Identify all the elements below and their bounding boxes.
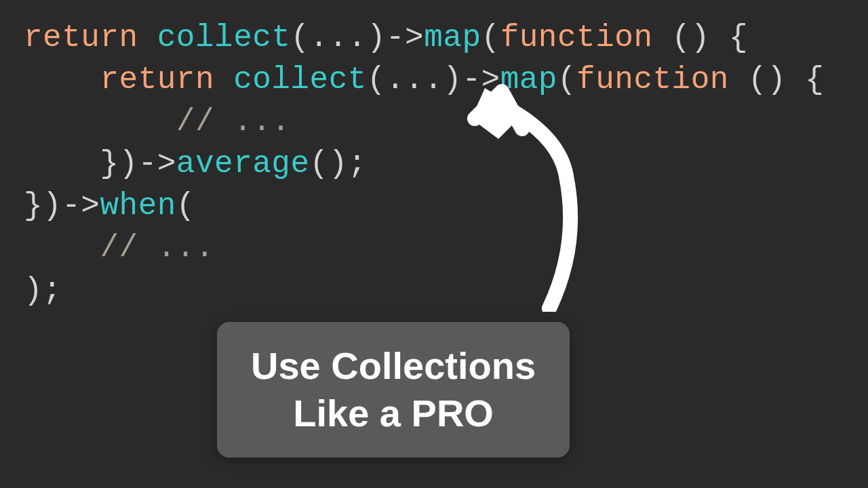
code-token: (...)-> bbox=[367, 62, 500, 98]
code-token: function bbox=[500, 20, 653, 56]
code-token: ( bbox=[481, 20, 500, 56]
code-token: (...)-> bbox=[290, 20, 424, 56]
code-token: (); bbox=[310, 146, 367, 182]
code-token: map bbox=[424, 20, 481, 56]
code-line: })->when( bbox=[24, 185, 844, 227]
code-token: collect bbox=[233, 62, 367, 98]
code-token: map bbox=[500, 62, 557, 98]
code-line: // ... bbox=[24, 227, 844, 269]
code-token: when bbox=[100, 188, 176, 224]
code-token: })-> bbox=[100, 146, 176, 182]
code-token: ( bbox=[176, 188, 195, 224]
code-token: })-> bbox=[24, 188, 100, 224]
code-token: average bbox=[176, 146, 310, 182]
code-line: return collect(...)->map(function () { bbox=[24, 59, 844, 101]
code-line: ); bbox=[24, 270, 844, 312]
code-block: return collect(...)->map(function () { r… bbox=[0, 0, 868, 329]
code-token bbox=[138, 20, 157, 56]
code-token: // ... bbox=[100, 230, 214, 266]
callout-box: Use Collections Like a PRO bbox=[217, 322, 570, 458]
code-token: // ... bbox=[176, 104, 291, 140]
code-token: function bbox=[576, 62, 729, 98]
code-line: })->average(); bbox=[24, 143, 844, 185]
code-token bbox=[214, 62, 233, 98]
callout-text: Use Collections Like a PRO bbox=[251, 342, 536, 437]
code-token: ); bbox=[24, 273, 62, 308]
code-line: // ... bbox=[24, 101, 844, 143]
code-token: return bbox=[24, 20, 138, 56]
code-token: collect bbox=[157, 20, 291, 56]
code-token: ( bbox=[557, 62, 576, 98]
code-token: return bbox=[100, 62, 214, 98]
code-token: () { bbox=[729, 62, 825, 98]
code-token: () { bbox=[653, 20, 749, 56]
code-line: return collect(...)->map(function () { bbox=[24, 17, 844, 59]
